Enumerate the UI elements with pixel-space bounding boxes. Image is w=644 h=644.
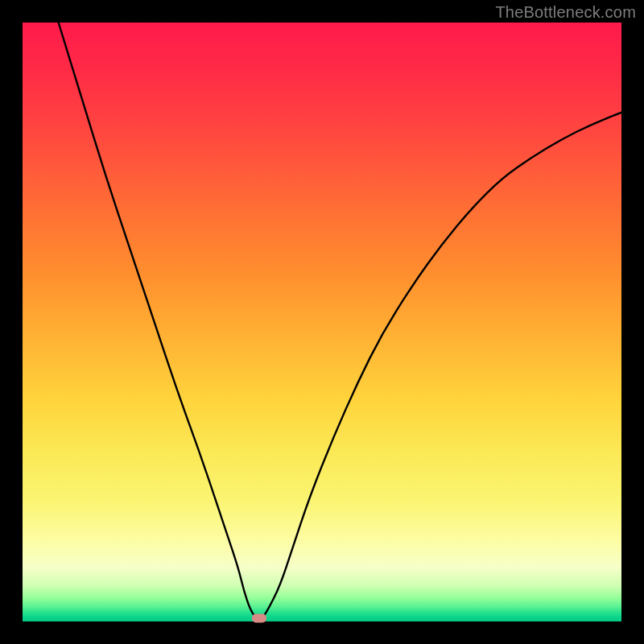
- plot-area: [23, 23, 621, 621]
- watermark-text: TheBottleneck.com: [495, 3, 636, 22]
- bottleneck-curve: [59, 23, 621, 618]
- curve-layer: [23, 23, 621, 621]
- chart-stage: TheBottleneck.com: [0, 0, 644, 644]
- optimal-marker: [252, 614, 266, 623]
